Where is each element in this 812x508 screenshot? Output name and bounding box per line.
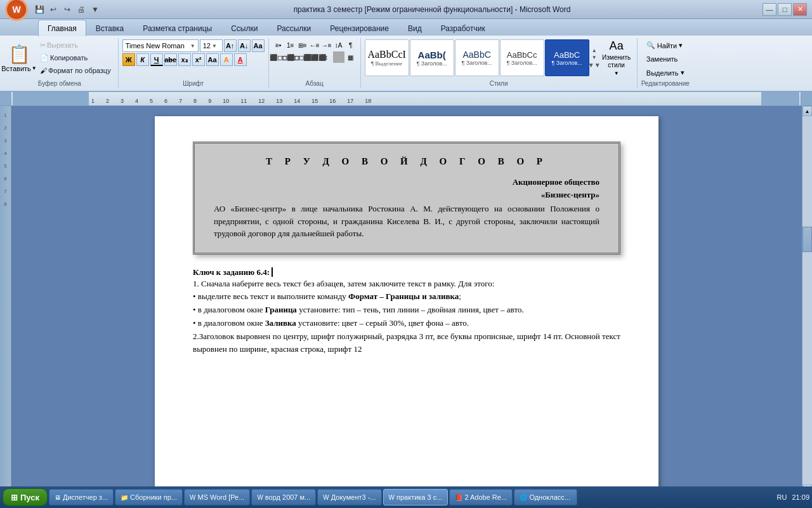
strikethrough-button[interactable]: abe <box>164 53 177 66</box>
clipboard-label: Буфер обмена <box>38 80 81 87</box>
style-heading3[interactable]: AaBbCc ¶ Заголов... <box>500 39 544 76</box>
decrease-font-button[interactable]: A↓ <box>238 39 251 52</box>
font-name-dropdown[interactable]: ▼ <box>190 43 195 49</box>
change-case-button[interactable]: Аа <box>206 53 219 66</box>
style-heading1[interactable]: AaBb( ¶ Заголов... <box>410 39 454 76</box>
taskbar-item-5[interactable]: W практика 3 с... <box>383 489 449 505</box>
scrollbar-thumb[interactable] <box>802 227 812 252</box>
title-text: практика 3 семестр [Режим ограниченной ф… <box>102 5 763 14</box>
document-scroll-area[interactable]: Т Р У Д О В О Й Д О Г О В О Р Акционерно… <box>11 106 802 495</box>
italic-button[interactable]: К <box>136 53 149 66</box>
tab-mailings[interactable]: Рассылки <box>267 20 320 36</box>
justify-button[interactable]: ⬛⬛⬛ <box>309 51 320 63</box>
style-normal[interactable]: AaBbCcI ¶ Выделение <box>365 39 409 76</box>
ruler-mark-2: 2 <box>4 121 6 134</box>
style-heading4-active[interactable]: AaBbC ¶ Заголов... <box>545 39 589 76</box>
styles-scroll[interactable]: ▲ ▼ ▼▼ <box>590 39 599 76</box>
taskbar-item-0[interactable]: 🖥 Диспетчер з... <box>49 489 114 505</box>
ruler-left-corner <box>0 92 11 105</box>
clear-format-button[interactable]: Аа <box>252 39 265 52</box>
find-button[interactable]: 🔍 Найти ▾ <box>643 39 686 51</box>
line-spacing-button[interactable]: ↕ <box>321 51 332 63</box>
ruler-main: 1 2 3 4 5 6 7 8 9 10 11 12 13 14 15 16 1… <box>11 92 801 105</box>
sort-button[interactable]: ↕A <box>333 39 344 51</box>
increase-indent-button[interactable]: →≡ <box>321 39 332 51</box>
close-button[interactable]: ✕ <box>793 3 807 16</box>
systray-clock: 21:09 <box>792 493 809 501</box>
scrollbar-track[interactable] <box>802 116 812 485</box>
maximize-button[interactable]: □ <box>778 3 792 16</box>
ruler-mark-3: 3 <box>4 134 6 147</box>
para-label: Абзац <box>306 80 324 87</box>
replace-button[interactable]: Заменить <box>643 53 681 65</box>
qa-redo[interactable]: ↪ <box>61 3 74 16</box>
taskbar-item-2[interactable]: W MS Word [Ре... <box>184 489 250 505</box>
document-body-text[interactable]: АО «Бизнес-центр» в лице начальника Рост… <box>214 203 599 240</box>
numbering-button[interactable]: 1≡ <box>285 39 296 51</box>
qa-save[interactable]: 💾 <box>33 3 46 16</box>
taskbar-item-3[interactable]: W ворд 2007 м... <box>251 489 316 505</box>
font-size-dropdown[interactable]: ▼ <box>212 43 217 49</box>
multilevel-button[interactable]: ⊞≡ <box>297 39 308 51</box>
tab-review[interactable]: Рецензирование <box>320 20 398 36</box>
taskbar-item-7[interactable]: 🌐 Однокласс... <box>514 489 577 505</box>
qa-undo[interactable]: ↩ <box>47 3 60 16</box>
increase-font-button[interactable]: A↑ <box>224 39 237 52</box>
ruler-mark-5: 5 <box>4 159 6 172</box>
scroll-up-button[interactable]: ▲ <box>802 106 812 116</box>
style-heading2[interactable]: AaBbC ¶ Заголов... <box>455 39 499 76</box>
tab-page-layout[interactable]: Разметка страницы <box>133 20 221 36</box>
insert-button[interactable]: 📋 Вставить ▼ <box>5 44 33 72</box>
font-color-button[interactable]: А <box>234 53 247 66</box>
tab-view[interactable]: Вид <box>398 20 431 36</box>
ribbon: Главная Вставка Разметка страницы Ссылки… <box>0 19 812 92</box>
paragraph-group: ≡• 1≡ ⊞≡ ←≡ →≡ ↕A ¶ ⬛◻◻ ◻⬛◻ ◻◻⬛ ⬛⬛⬛ ↕ ▦ <box>269 38 361 88</box>
key-section: Ключ к заданию 6.4: 1. Сначала наберите … <box>193 267 620 357</box>
editing-label: Редактирование <box>641 80 690 87</box>
font-group: Times New Roman ▼ 12 ▼ A↑ A↓ Аа Ж К Ч ab… <box>119 38 269 88</box>
tab-home[interactable]: Главная <box>38 20 86 36</box>
tab-insert[interactable]: Вставка <box>86 20 134 36</box>
key-line-1: 1. Сначала наберите весь текст без абзац… <box>193 277 620 291</box>
qa-print-preview[interactable]: 🖨 <box>75 3 88 16</box>
select-dropdown-arrow[interactable]: ▾ <box>681 69 684 77</box>
underline-button[interactable]: Ч <box>150 53 163 66</box>
title-bar: W 💾 ↩ ↪ 🖨 ▼ практика 3 семестр [Режим ог… <box>0 0 812 19</box>
show-formatting-button[interactable]: ¶ <box>345 39 357 51</box>
font-content: Times New Roman ▼ 12 ▼ A↑ A↓ Аа Ж К Ч ab… <box>122 39 265 79</box>
change-styles-button[interactable]: Аа Изменитьстили ▼ <box>600 39 633 76</box>
taskbar-item-4[interactable]: W Документ3 -... <box>317 489 381 505</box>
ribbon-content: 📋 Вставить ▼ ✂ Вырезать 📄 Копирова <box>0 36 812 91</box>
vertical-scrollbar[interactable]: ▲ ▼ <box>802 106 812 495</box>
systray-lang: RU <box>777 493 787 501</box>
superscript-button[interactable]: х² <box>192 53 205 66</box>
bold-button[interactable]: Ж <box>122 53 135 66</box>
taskbar-item-1[interactable]: 📁 Сборники пр... <box>115 489 183 505</box>
ruler-mark-6: 6 <box>4 172 6 185</box>
key-title: Ключ к заданию 6.4: <box>193 267 620 277</box>
highlight-button[interactable]: А <box>220 53 233 66</box>
select-button[interactable]: Выделить ▾ <box>643 67 688 79</box>
cut-button[interactable]: ✂ Вырезать <box>37 39 114 51</box>
start-button[interactable]: ⊞ Пуск <box>3 488 48 506</box>
find-dropdown-arrow[interactable]: ▾ <box>679 41 683 50</box>
font-name-box[interactable]: Times New Roman ▼ <box>122 39 199 52</box>
tab-developer[interactable]: Разработчик <box>431 20 495 36</box>
document-page[interactable]: Т Р У Д О В О Й Д О Г О В О Р Акционерно… <box>155 116 658 495</box>
vertical-ruler: 1 2 3 4 5 6 7 8 <box>0 106 11 495</box>
tab-references[interactable]: Ссылки <box>221 20 267 36</box>
font-size-box[interactable]: 12 ▼ <box>200 39 223 52</box>
decrease-indent-button[interactable]: ←≡ <box>309 39 320 51</box>
doc-right-line2: «Бизнес-центр» <box>214 190 599 200</box>
borders-button[interactable]: ▦ <box>345 51 357 63</box>
taskbar-item-6[interactable]: 📕 2 Adobe Re... <box>449 489 513 505</box>
minimize-button[interactable]: — <box>763 3 776 16</box>
format-painter-button[interactable]: 🖌 Формат по образцу <box>37 65 114 76</box>
subscript-button[interactable]: х₂ <box>178 53 191 66</box>
copy-button[interactable]: 📄 Копировать <box>37 52 114 64</box>
horizontal-ruler: 1 2 3 4 5 6 7 8 9 10 11 12 13 14 15 16 1… <box>0 92 812 106</box>
qa-dropdown[interactable]: ▼ <box>89 3 102 16</box>
shading-button[interactable] <box>333 51 344 63</box>
bullets-button[interactable]: ≡• <box>273 39 284 51</box>
office-button[interactable]: W <box>5 0 28 21</box>
